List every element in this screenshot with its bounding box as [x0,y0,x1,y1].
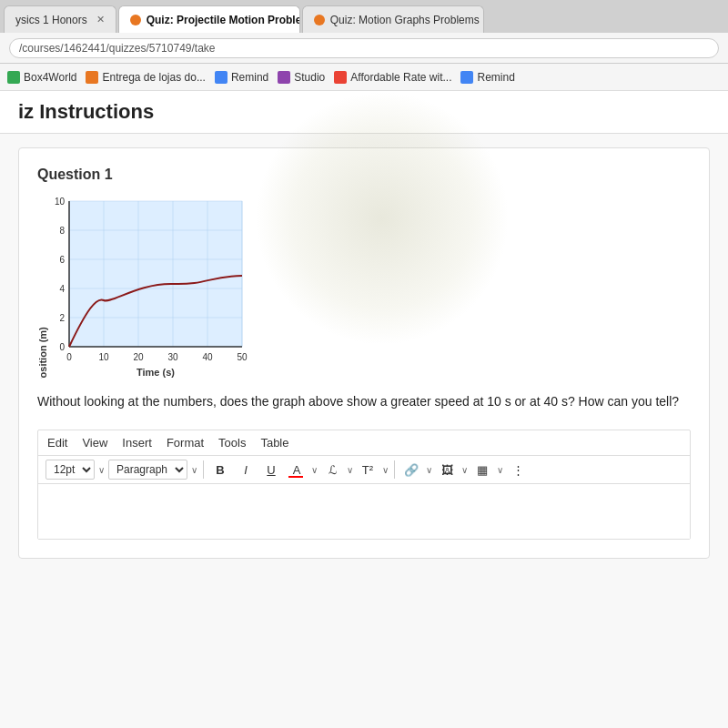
question-text: Without looking at the numbers, does the… [37,392,691,411]
image-button[interactable]: 🖼 [436,460,458,480]
svg-text:10: 10 [55,197,66,207]
svg-text:2: 2 [59,313,65,323]
underline-button[interactable]: U [260,460,282,480]
svg-text:Time (s): Time (s) [136,367,175,378]
bookmark-label: Remind [477,71,514,84]
svg-text:8: 8 [59,226,65,236]
toolbar-separator-1 [203,460,204,479]
superscript-button[interactable]: T² [357,460,379,480]
bookmark-label: Studio [294,71,325,84]
graph-container: 10 8 6 4 2 0 0 10 20 30 40 50 Time (s) [37,197,691,379]
bookmarks-bar: Box4World Entrega de lojas do... Remind … [0,64,728,91]
italic-button[interactable]: I [235,460,257,480]
graph-wrapper: 10 8 6 4 2 0 0 10 20 30 40 50 Time (s) [37,197,256,379]
image-caret-icon: ∨ [461,465,468,475]
question-number: Question 1 [37,167,691,183]
menu-format[interactable]: Format [167,436,204,450]
bold-button[interactable]: B [209,460,231,480]
bookmark-icon-purple [278,71,290,84]
tab-close-1[interactable]: ✕ [96,14,105,25]
question-card: Question 1 [18,147,710,559]
svg-text:0: 0 [66,352,72,362]
tab-label: Quiz: Motion Graphs Problems [330,14,480,26]
main-content: Question 1 [0,134,728,728]
more-button[interactable]: ⋮ [507,460,529,480]
tab-label: ysics 1 Honors [15,14,87,26]
svg-text:30: 30 [167,352,178,362]
browser-tabs: ysics 1 Honors ✕ Quiz: Projectile Motion… [0,0,728,33]
paragraph-caret-icon: ∨ [191,465,197,475]
svg-text:0: 0 [59,342,65,352]
bookmark-label: Entrega de lojas do... [102,71,205,84]
link-caret-icon: ∨ [426,465,432,475]
highlight-button[interactable]: ℒ [321,460,343,480]
editor-toolbar: Edit View Insert Format Tools Table 12pt… [37,430,691,540]
link-button[interactable]: 🔗 [400,460,422,480]
toolbar-buttons: 12pt ∨ Paragraph ∨ B I U A ∨ ℒ ∨ T² [38,456,690,484]
svg-text:6: 6 [59,255,65,265]
svg-rect-0 [69,201,242,347]
bookmark-studio[interactable]: Studio [278,71,325,84]
svg-text:Position (m): Position (m) [37,327,48,379]
menu-tools[interactable]: Tools [218,436,246,450]
bookmark-icon-orange [86,71,98,84]
font-size-caret-icon: ∨ [98,465,105,475]
media-button[interactable]: ▦ [471,460,493,480]
menu-edit[interactable]: Edit [47,436,67,450]
menu-table[interactable]: Table [260,436,288,450]
svg-text:40: 40 [202,352,213,362]
font-color-caret-icon: ∨ [311,465,318,475]
tab-icon-orange2 [314,15,325,25]
menu-insert[interactable]: Insert [122,436,152,450]
position-time-graph: 10 8 6 4 2 0 0 10 20 30 40 50 Time (s) [37,197,256,379]
svg-text:10: 10 [98,352,109,362]
svg-text:20: 20 [133,352,144,362]
url-input[interactable]: /courses/1462441/quizzes/5710749/take [9,38,719,58]
highlight-caret-icon: ∨ [347,465,353,475]
bookmark-label: Affordable Rate wit... [350,71,451,84]
tab-icon-orange [130,15,141,25]
bookmark-affordable-rate[interactable]: Affordable Rate wit... [334,71,451,84]
bookmark-icon-green [7,71,20,84]
bookmark-box4world[interactable]: Box4World [7,71,76,84]
toolbar-menu: Edit View Insert Format Tools Table [38,430,690,456]
tab-projectile-motion[interactable]: Quiz: Projectile Motion Problem... ✕ [118,5,300,33]
address-bar: /courses/1462441/quizzes/5710749/take [0,33,728,64]
font-size-select[interactable]: 12pt [46,460,95,480]
page-header: iz Instructions [0,91,728,134]
media-caret-icon: ∨ [497,465,503,475]
bookmark-icon-blue [215,71,228,84]
menu-view[interactable]: View [82,436,107,450]
bookmark-remind-2[interactable]: Remind [460,71,514,84]
superscript-caret-icon: ∨ [382,465,389,475]
page-title: iz Instructions [18,100,710,124]
tab-physics-honors[interactable]: ysics 1 Honors ✕ [4,5,116,33]
bookmark-entrega[interactable]: Entrega de lojas do... [86,71,205,84]
font-color-button[interactable]: A [286,460,308,480]
toolbar-separator-2 [394,460,395,479]
tab-label: Quiz: Projectile Motion Problem... [147,14,300,26]
svg-text:50: 50 [237,352,248,362]
svg-text:4: 4 [59,284,65,294]
bookmark-label: Box4World [24,71,76,84]
bookmark-remind-1[interactable]: Remind [215,71,268,84]
editor-body[interactable] [38,484,690,539]
bookmark-icon-red [334,71,347,84]
bookmark-icon-blue2 [460,71,473,84]
tab-motion-graphs[interactable]: Quiz: Motion Graphs Problems ✕ [302,5,484,33]
paragraph-select[interactable]: Paragraph [108,460,187,480]
font-color-underline [288,476,303,478]
bookmark-label: Remind [231,71,268,84]
